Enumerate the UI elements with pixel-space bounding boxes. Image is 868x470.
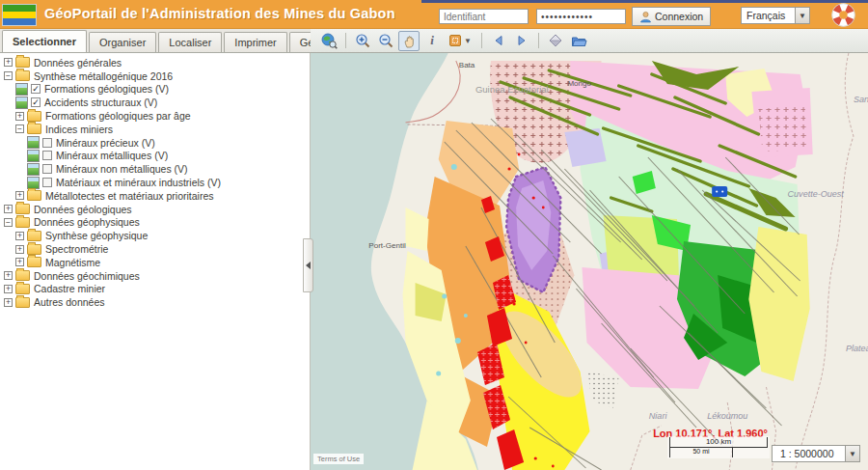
tree-item-label: Synthèse géophysique [45, 230, 148, 241]
next-extent-icon[interactable] [511, 31, 532, 51]
pan-icon[interactable] [398, 31, 420, 51]
expand-icon[interactable]: + [15, 112, 24, 121]
password-input[interactable] [536, 9, 626, 24]
map-place-label: Niari [649, 411, 668, 421]
tree-layer-item[interactable]: ✓Formations géologiques (V) [0, 83, 310, 97]
zoom-in-icon[interactable] [352, 31, 373, 51]
map-place-label: Bata [459, 61, 475, 69]
scale-select[interactable]: 1 : 5000000 ▼ [772, 445, 860, 462]
map-place-label: Sangha [854, 95, 868, 104]
folder-icon [27, 257, 41, 267]
expand-icon[interactable]: + [4, 271, 13, 280]
tree-item-label: Spectrométrie [45, 243, 108, 255]
tree-item-label: Matériaux et minéraux industriels (V) [56, 177, 221, 188]
language-value: Français [742, 10, 795, 21]
expand-icon[interactable]: + [4, 205, 13, 213]
tree-folder-item[interactable]: −Synthèse métallogénique 2016 [0, 69, 310, 83]
toolbar-separator [345, 33, 346, 48]
toolbar-separator [538, 33, 539, 48]
tree-layer-item[interactable]: ✓Accidents structuraux (V) [0, 96, 310, 109]
zoom-full-extent-icon[interactable] [318, 31, 339, 51]
folder-icon [27, 231, 41, 241]
top-strip [421, 0, 868, 3]
map-toolbar: i ▼ [311, 29, 868, 52]
folder-icon [15, 270, 30, 281]
tree-folder-item[interactable]: −Indices miniers [0, 123, 310, 136]
terms-of-use-link[interactable]: Terms of Use [313, 454, 364, 464]
user-icon [639, 11, 652, 23]
layer-checkbox[interactable]: ✓ [31, 84, 41, 94]
tree-folder-item[interactable]: +Données géochimiques [0, 269, 310, 283]
tree-item-label: Métallotectes et matériaux prioritaires [45, 190, 214, 202]
expand-icon[interactable]: + [15, 258, 24, 266]
tree-item-label: Autres données [34, 296, 105, 308]
export-icon[interactable] [545, 31, 566, 51]
layer-thumbnail-icon [27, 177, 40, 189]
login-group: Connexion [439, 7, 711, 26]
layer-checkbox[interactable] [42, 164, 52, 174]
help-lifering-icon[interactable] [830, 2, 856, 32]
tree-folder-item[interactable]: +Cadastre minier [0, 283, 310, 296]
tab-localiser[interactable]: Localiser [158, 32, 222, 52]
folder-icon [27, 244, 41, 255]
identifiant-input[interactable] [439, 9, 529, 24]
tree-folder-item[interactable]: +Métallotectes et matériaux prioritaires [0, 189, 310, 203]
tree-folder-item[interactable]: +Magnétisme [0, 256, 310, 269]
geological-map[interactable]: BataGuinea EcuatorialMongoPort-GentilCuv… [311, 53, 868, 470]
tree-folder-item[interactable]: +Synthèse géophysique [0, 229, 310, 242]
expand-icon[interactable]: + [4, 58, 13, 67]
tree-layer-item[interactable]: Minéraux métalliques (V) [0, 150, 310, 163]
tree-folder-item[interactable]: +Spectrométrie [0, 242, 310, 256]
tree-folder-item[interactable]: −Données géophysiques [0, 216, 310, 230]
layer-checkbox[interactable] [42, 138, 52, 148]
gabon-flag-icon [2, 4, 37, 26]
tree-layer-item[interactable]: Minéraux non métalliques (V) [0, 162, 310, 176]
expand-icon[interactable]: + [4, 285, 13, 293]
layer-tree-panel: +Données générales−Synthèse métallogéniq… [0, 53, 311, 470]
tree-item-label: Données générales [34, 57, 122, 69]
expand-icon[interactable]: + [15, 191, 24, 200]
chevron-down-icon: ▼ [845, 446, 859, 461]
language-select[interactable]: Français ▼ [741, 7, 810, 24]
tree-layer-item[interactable]: Minéraux précieux (V) [0, 136, 310, 150]
chevron-down-icon: ▼ [795, 8, 809, 23]
tree-folder-item[interactable]: +Formations géologiques par âge [0, 109, 310, 123]
previous-extent-icon[interactable] [488, 31, 509, 51]
tree-item-label: Indices miniers [45, 124, 113, 135]
map-viewport[interactable]: BataGuinea EcuatorialMongoPort-GentilCuv… [311, 53, 868, 470]
folder-icon [27, 190, 41, 201]
map-blue-marker[interactable] [712, 186, 727, 197]
connexion-button[interactable]: Connexion [632, 7, 711, 26]
identify-icon[interactable]: i [421, 31, 443, 51]
tree-item-label: Minéraux métalliques (V) [56, 150, 168, 161]
scale-value: 1 : 5000000 [773, 448, 845, 459]
chevron-down-icon: ▼ [464, 37, 472, 45]
open-folder-icon[interactable] [568, 31, 589, 51]
sidebar-collapse-handle[interactable] [303, 238, 313, 292]
tab-imprimer[interactable]: Imprimer [224, 32, 286, 52]
expand-icon[interactable]: + [15, 245, 24, 254]
tree-layer-item[interactable]: Matériaux et minéraux industriels (V) [0, 176, 310, 189]
expand-icon[interactable]: + [4, 298, 13, 307]
collapse-icon[interactable]: − [15, 124, 24, 133]
folder-icon [27, 111, 41, 122]
expand-icon[interactable]: + [15, 232, 24, 240]
tab-organiser[interactable]: Organiser [89, 32, 156, 52]
collapse-icon[interactable]: − [4, 218, 13, 227]
folder-icon [15, 57, 30, 68]
tab-selectionner[interactable]: Selectionner [2, 30, 87, 52]
tree-folder-item[interactable]: +Autres données [0, 295, 310, 309]
layer-thumbnail-icon [27, 163, 40, 176]
layer-checkbox[interactable] [42, 178, 52, 187]
layer-checkbox[interactable] [42, 151, 52, 160]
select-tool-icon[interactable]: ▼ [445, 31, 475, 51]
tree-item-label: Formations géologiques (V) [44, 83, 169, 95]
map-place-label: Plateaux [846, 344, 868, 353]
tree-folder-item[interactable]: +Données générales [0, 56, 310, 69]
collapse-icon[interactable]: − [4, 71, 13, 80]
tree-folder-item[interactable]: +Données géologiques [0, 203, 310, 216]
toolbar-separator [481, 33, 482, 48]
layer-checkbox[interactable]: ✓ [31, 97, 41, 107]
zoom-out-icon[interactable] [375, 31, 396, 51]
scale-bar-mi: 50 mi [669, 448, 733, 457]
